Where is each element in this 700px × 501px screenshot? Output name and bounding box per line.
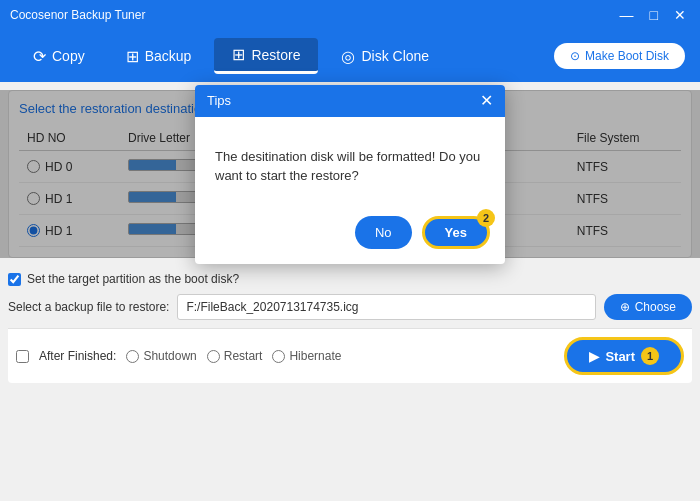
maximize-button[interactable]: □ [646,7,662,23]
make-boot-label: Make Boot Disk [585,49,669,63]
restart-radio[interactable] [207,350,220,363]
file-path-input[interactable] [177,294,595,320]
nav-copy[interactable]: ⟳ Copy [15,40,103,73]
nav-backup[interactable]: ⊞ Backup [108,40,210,73]
after-finished-checkbox[interactable] [16,350,29,363]
nav-diskclone[interactable]: ◎ Disk Clone [323,40,447,73]
boot-disk-checkbox[interactable] [8,273,21,286]
minimize-button[interactable]: — [616,7,638,23]
hibernate-option[interactable]: Hibernate [272,349,341,363]
titlebar: Cocosenor Backup Tuner — □ ✕ [0,0,700,30]
make-boot-icon: ⊙ [570,49,580,63]
file-row: Select a backup file to restore: ⊕ Choos… [8,294,692,320]
start-button[interactable]: ▶ Start 1 [564,337,684,375]
modal-body: The desitination disk will be formatted!… [195,117,505,206]
start-play-icon: ▶ [589,349,599,364]
nav-restore-label: Restore [251,47,300,63]
modal-header: Tips ✕ [195,85,505,117]
after-finished-label: After Finished: [39,349,116,363]
start-label: Start [605,349,635,364]
diskclone-icon: ◎ [341,47,355,66]
hibernate-radio[interactable] [272,350,285,363]
after-finished-row: After Finished: Shutdown Restart Hiberna… [8,328,692,383]
backup-icon: ⊞ [126,47,139,66]
plus-icon: ⊕ [620,300,630,314]
app-title: Cocosenor Backup Tuner [10,8,145,22]
restore-icon: ⊞ [232,45,245,64]
shutdown-radio[interactable] [126,350,139,363]
copy-icon: ⟳ [33,47,46,66]
modal-close-button[interactable]: ✕ [480,93,493,109]
choose-button[interactable]: ⊕ Choose [604,294,692,320]
modal-title: Tips [207,93,231,108]
bottom-section: Set the target partition as the boot dis… [8,266,692,320]
restart-option[interactable]: Restart [207,349,263,363]
file-select-label: Select a backup file to restore: [8,300,169,314]
nav-backup-label: Backup [145,48,192,64]
start-badge: 1 [641,347,659,365]
close-button[interactable]: ✕ [670,7,690,23]
modal-footer: No Yes 2 [195,206,505,264]
modal-overlay: Tips ✕ The desitination disk will be for… [0,90,700,258]
navbar: ⟳ Copy ⊞ Backup ⊞ Restore ◎ Disk Clone ⊙… [0,30,700,82]
yes-badge: 2 [477,209,495,227]
choose-label: Choose [635,300,676,314]
shutdown-option[interactable]: Shutdown [126,349,196,363]
content-wrapper: Select the restoration destination: HD N… [0,90,700,258]
make-boot-button[interactable]: ⊙ Make Boot Disk [554,43,685,69]
tips-modal: Tips ✕ The desitination disk will be for… [195,85,505,264]
titlebar-controls: — □ ✕ [616,7,690,23]
checkbox-row: Set the target partition as the boot dis… [8,272,692,286]
boot-disk-label: Set the target partition as the boot dis… [27,272,239,286]
modal-yes-button[interactable]: Yes 2 [422,216,490,249]
nav-restore[interactable]: ⊞ Restore [214,38,318,74]
modal-no-button[interactable]: No [355,216,412,249]
nav-copy-label: Copy [52,48,85,64]
modal-message: The desitination disk will be formatted!… [215,149,480,184]
nav-diskclone-label: Disk Clone [361,48,429,64]
